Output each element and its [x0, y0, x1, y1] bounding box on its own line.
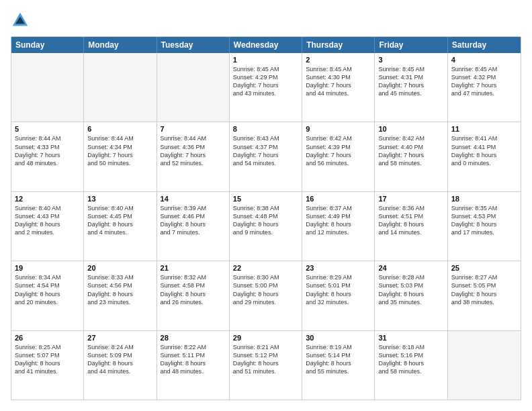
calendar-cell: 4Sunrise: 8:45 AM Sunset: 4:32 PM Daylig…	[448, 53, 521, 122]
day-info: Sunrise: 8:38 AM Sunset: 4:48 PM Dayligh…	[233, 204, 298, 237]
day-info: Sunrise: 8:21 AM Sunset: 5:12 PM Dayligh…	[233, 343, 298, 376]
day-info: Sunrise: 8:41 AM Sunset: 4:41 PM Dayligh…	[451, 134, 517, 167]
day-info: Sunrise: 8:45 AM Sunset: 4:32 PM Dayligh…	[451, 65, 517, 98]
day-number: 13	[87, 195, 152, 203]
calendar-cell: 25Sunrise: 8:27 AM Sunset: 5:05 PM Dayli…	[448, 261, 521, 330]
header	[11, 11, 521, 30]
day-number: 8	[233, 125, 298, 133]
day-number: 27	[87, 334, 152, 342]
day-number: 21	[161, 264, 226, 272]
calendar-cell: 20Sunrise: 8:33 AM Sunset: 4:56 PM Dayli…	[84, 261, 157, 330]
day-number: 23	[306, 264, 371, 272]
calendar-cell: 31Sunrise: 8:18 AM Sunset: 5:16 PM Dayli…	[375, 331, 447, 400]
day-number: 15	[233, 195, 298, 203]
calendar-cell: 7Sunrise: 8:44 AM Sunset: 4:36 PM Daylig…	[157, 122, 230, 191]
calendar-cell: 24Sunrise: 8:28 AM Sunset: 5:03 PM Dayli…	[375, 261, 447, 330]
calendar-cell: 12Sunrise: 8:40 AM Sunset: 4:43 PM Dayli…	[11, 192, 84, 261]
calendar-cell: 11Sunrise: 8:41 AM Sunset: 4:41 PM Dayli…	[448, 122, 521, 191]
day-info: Sunrise: 8:45 AM Sunset: 4:30 PM Dayligh…	[306, 65, 371, 98]
day-number: 11	[451, 125, 517, 133]
calendar-cell: 18Sunrise: 8:35 AM Sunset: 4:53 PM Dayli…	[448, 192, 521, 261]
day-number: 18	[451, 195, 517, 203]
header-tuesday: Tuesday	[157, 37, 230, 53]
day-number: 7	[161, 125, 226, 133]
day-info: Sunrise: 8:25 AM Sunset: 5:07 PM Dayligh…	[15, 343, 80, 376]
calendar-cell: 26Sunrise: 8:25 AM Sunset: 5:07 PM Dayli…	[11, 331, 84, 400]
logo	[11, 11, 32, 30]
day-number: 1	[233, 56, 298, 64]
calendar-body: 1Sunrise: 8:45 AM Sunset: 4:29 PM Daylig…	[11, 53, 521, 400]
day-number: 16	[306, 195, 371, 203]
header-friday: Friday	[375, 37, 447, 53]
calendar-cell: 15Sunrise: 8:38 AM Sunset: 4:48 PM Dayli…	[230, 192, 302, 261]
day-info: Sunrise: 8:35 AM Sunset: 4:53 PM Dayligh…	[451, 204, 517, 237]
day-number: 2	[306, 56, 371, 64]
day-number: 31	[378, 334, 443, 342]
day-info: Sunrise: 8:44 AM Sunset: 4:34 PM Dayligh…	[87, 134, 152, 167]
calendar-cell: 23Sunrise: 8:29 AM Sunset: 5:01 PM Dayli…	[302, 261, 375, 330]
day-info: Sunrise: 8:44 AM Sunset: 4:36 PM Dayligh…	[161, 134, 226, 167]
day-info: Sunrise: 8:39 AM Sunset: 4:46 PM Dayligh…	[161, 204, 226, 237]
day-info: Sunrise: 8:19 AM Sunset: 5:14 PM Dayligh…	[306, 343, 371, 376]
calendar-cell: 8Sunrise: 8:43 AM Sunset: 4:37 PM Daylig…	[230, 122, 302, 191]
calendar-row-2: 12Sunrise: 8:40 AM Sunset: 4:43 PM Dayli…	[11, 191, 521, 261]
logo-icon	[11, 11, 30, 30]
calendar-cell	[84, 53, 157, 122]
calendar-cell: 2Sunrise: 8:45 AM Sunset: 4:30 PM Daylig…	[302, 53, 375, 122]
day-info: Sunrise: 8:22 AM Sunset: 5:11 PM Dayligh…	[161, 343, 226, 376]
calendar-cell: 21Sunrise: 8:32 AM Sunset: 4:58 PM Dayli…	[157, 261, 230, 330]
day-number: 5	[15, 125, 80, 133]
calendar-cell: 6Sunrise: 8:44 AM Sunset: 4:34 PM Daylig…	[84, 122, 157, 191]
calendar-row-3: 19Sunrise: 8:34 AM Sunset: 4:54 PM Dayli…	[11, 261, 521, 330]
day-number: 22	[233, 264, 298, 272]
calendar-cell	[11, 53, 84, 122]
day-info: Sunrise: 8:33 AM Sunset: 4:56 PM Dayligh…	[87, 273, 152, 306]
header-saturday: Saturday	[448, 37, 521, 53]
day-info: Sunrise: 8:42 AM Sunset: 4:40 PM Dayligh…	[378, 134, 443, 167]
calendar-row-4: 26Sunrise: 8:25 AM Sunset: 5:07 PM Dayli…	[11, 330, 521, 400]
day-number: 24	[378, 264, 443, 272]
calendar-cell: 19Sunrise: 8:34 AM Sunset: 4:54 PM Dayli…	[11, 261, 84, 330]
day-info: Sunrise: 8:42 AM Sunset: 4:39 PM Dayligh…	[306, 134, 371, 167]
day-number: 25	[451, 264, 517, 272]
day-info: Sunrise: 8:43 AM Sunset: 4:37 PM Dayligh…	[233, 134, 298, 167]
calendar-row-1: 5Sunrise: 8:44 AM Sunset: 4:33 PM Daylig…	[11, 122, 521, 191]
day-number: 6	[87, 125, 152, 133]
day-number: 3	[378, 56, 443, 64]
day-number: 9	[306, 125, 371, 133]
day-info: Sunrise: 8:24 AM Sunset: 5:09 PM Dayligh…	[87, 343, 152, 376]
header-thursday: Thursday	[302, 37, 375, 53]
calendar-cell: 10Sunrise: 8:42 AM Sunset: 4:40 PM Dayli…	[375, 122, 447, 191]
day-info: Sunrise: 8:37 AM Sunset: 4:49 PM Dayligh…	[306, 204, 371, 237]
day-info: Sunrise: 8:29 AM Sunset: 5:01 PM Dayligh…	[306, 273, 371, 306]
calendar-cell: 30Sunrise: 8:19 AM Sunset: 5:14 PM Dayli…	[302, 331, 375, 400]
calendar-row-0: 1Sunrise: 8:45 AM Sunset: 4:29 PM Daylig…	[11, 53, 521, 122]
day-number: 17	[378, 195, 443, 203]
day-number: 19	[15, 264, 80, 272]
day-number: 26	[15, 334, 80, 342]
day-info: Sunrise: 8:44 AM Sunset: 4:33 PM Dayligh…	[15, 134, 80, 167]
calendar-cell: 5Sunrise: 8:44 AM Sunset: 4:33 PM Daylig…	[11, 122, 84, 191]
header-monday: Monday	[84, 37, 157, 53]
day-number: 4	[451, 56, 517, 64]
calendar-cell: 28Sunrise: 8:22 AM Sunset: 5:11 PM Dayli…	[157, 331, 230, 400]
calendar-cell: 29Sunrise: 8:21 AM Sunset: 5:12 PM Dayli…	[230, 331, 302, 400]
page: Sunday Monday Tuesday Wednesday Thursday…	[0, 0, 532, 411]
calendar-cell: 13Sunrise: 8:40 AM Sunset: 4:45 PM Dayli…	[84, 192, 157, 261]
day-info: Sunrise: 8:40 AM Sunset: 4:45 PM Dayligh…	[87, 204, 152, 237]
calendar-cell	[157, 53, 230, 122]
day-number: 28	[161, 334, 226, 342]
day-number: 10	[378, 125, 443, 133]
day-number: 12	[15, 195, 80, 203]
calendar-cell: 9Sunrise: 8:42 AM Sunset: 4:39 PM Daylig…	[302, 122, 375, 191]
calendar-cell: 3Sunrise: 8:45 AM Sunset: 4:31 PM Daylig…	[375, 53, 447, 122]
day-info: Sunrise: 8:45 AM Sunset: 4:29 PM Dayligh…	[233, 65, 298, 98]
day-info: Sunrise: 8:40 AM Sunset: 4:43 PM Dayligh…	[15, 204, 80, 237]
calendar-cell: 14Sunrise: 8:39 AM Sunset: 4:46 PM Dayli…	[157, 192, 230, 261]
calendar-cell: 16Sunrise: 8:37 AM Sunset: 4:49 PM Dayli…	[302, 192, 375, 261]
day-number: 20	[87, 264, 152, 272]
calendar-cell: 1Sunrise: 8:45 AM Sunset: 4:29 PM Daylig…	[230, 53, 302, 122]
calendar-cell: 17Sunrise: 8:36 AM Sunset: 4:51 PM Dayli…	[375, 192, 447, 261]
day-number: 29	[233, 334, 298, 342]
day-info: Sunrise: 8:34 AM Sunset: 4:54 PM Dayligh…	[15, 273, 80, 306]
